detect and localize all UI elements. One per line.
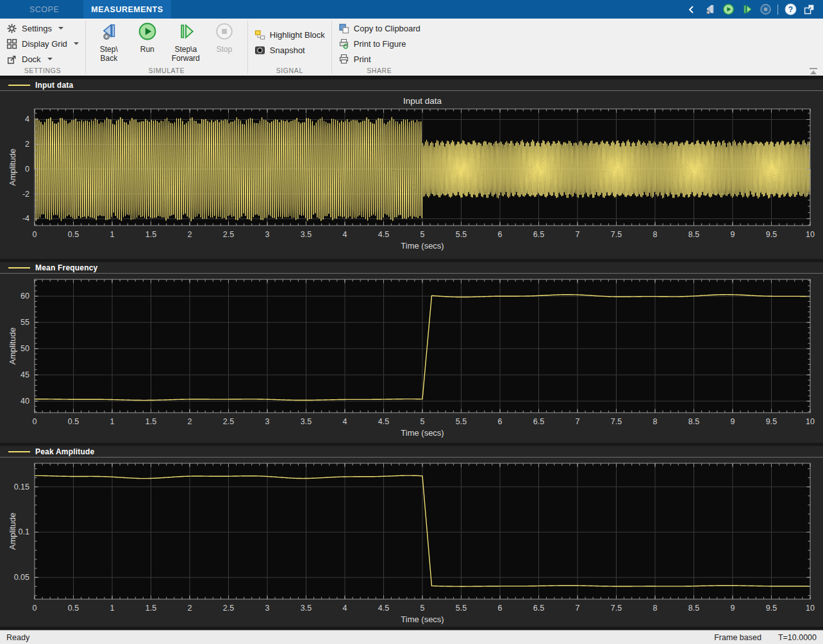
step-back-button[interactable]: Step\ Back [92,21,126,63]
undock-icon[interactable] [802,3,815,16]
input-data-panel: Input data 00.511.522.533.544.555.566.57… [0,79,823,259]
legend-line-swatch [8,267,30,268]
step-forward-button[interactable]: Step\a Forward [169,21,203,63]
svg-text:2.5: 2.5 [223,604,234,613]
stop-icon [215,22,234,43]
toolstrip-collapse-icon[interactable] [808,68,819,75]
svg-text:2: 2 [188,604,192,613]
svg-text:4: 4 [343,230,347,239]
legend-label: Mean Frequency [35,263,98,272]
svg-text:?: ? [788,5,792,14]
step-back-icon-small[interactable] [703,3,716,16]
print-to-figure-button[interactable]: Print to Figure [338,36,420,51]
svg-text:0.5: 0.5 [68,417,79,426]
svg-text:9: 9 [731,604,735,613]
svg-text:6.5: 6.5 [533,604,544,613]
copy-to-clipboard-icon [338,23,349,34]
dropdown-caret-icon [74,42,79,45]
svg-text:4.5: 4.5 [378,417,389,426]
svg-text:60: 60 [21,292,29,301]
x-axis-label: Time (secs) [401,615,444,624]
dock-button[interactable]: Dock [6,51,79,67]
svg-text:2.5: 2.5 [223,417,234,426]
svg-text:9.5: 9.5 [766,230,777,239]
svg-text:5.5: 5.5 [456,230,467,239]
run-icon-small[interactable] [722,3,735,16]
mean-frequency-legend: Mean Frequency [0,262,823,274]
gridlines [35,463,810,599]
svg-text:2: 2 [188,230,192,239]
svg-text:7: 7 [576,230,580,239]
toolstrip: Settings Display Grid [0,19,823,77]
group-signal: Highlight Block Snapshot SIGNAL [248,19,331,76]
help-icon[interactable]: ? [784,3,797,16]
settings-label: Settings [22,24,52,33]
run-button[interactable]: Run [131,21,164,54]
tab-measurements[interactable]: MEASUREMENTS [83,0,170,19]
svg-text:10: 10 [806,604,815,613]
peak-amplitude-legend: Peak Amplitude [0,446,823,458]
input-data-plot[interactable]: 00.511.522.533.544.555.566.577.588.599.5… [0,91,823,259]
svg-text:10: 10 [806,230,815,239]
svg-text:5: 5 [420,604,425,613]
step-forward-icon [176,22,195,43]
display-grid-icon [6,38,17,49]
group-simulate: Step\ Back Run S [86,19,247,76]
svg-text:8: 8 [653,604,658,613]
group-label-simulate: SIMULATE [86,67,247,74]
collapse-chevron-icon[interactable] [685,3,697,16]
svg-text:1.5: 1.5 [145,230,156,239]
gridlines [35,279,810,413]
legend-label: Input data [35,81,73,90]
group-label-share: SHARE [332,67,427,74]
svg-text:2: 2 [25,140,29,149]
group-label-signal: SIGNAL [248,67,331,74]
svg-text:3: 3 [265,604,270,613]
status-sim-time: T=10.0000 [778,633,817,642]
svg-text:0.05: 0.05 [14,573,29,582]
svg-text:6.5: 6.5 [533,417,544,426]
status-frame-mode: Frame based [714,633,761,642]
stop-icon-small [759,3,772,16]
mean-frequency-plot[interactable]: 00.511.522.533.544.555.566.577.588.599.5… [0,274,823,443]
scope-display-area: Input data 00.511.522.533.544.555.566.57… [0,77,823,630]
svg-text:4.5: 4.5 [378,230,389,239]
print-button[interactable]: Print [338,51,420,67]
svg-text:2: 2 [188,417,192,426]
svg-text:50: 50 [21,344,29,353]
highlight-block-icon [254,29,265,40]
copy-to-clipboard-button[interactable]: Copy to Clipboard [338,21,420,36]
display-grid-button[interactable]: Display Grid [6,36,79,51]
dropdown-caret-icon [47,58,53,60]
step-forward-icon-small[interactable] [740,3,753,16]
svg-text:7.5: 7.5 [611,604,622,613]
svg-text:3.5: 3.5 [301,417,312,426]
dock-label: Dock [22,54,41,64]
highlight-block-button[interactable]: Highlight Block [254,27,325,42]
tab-scope[interactable]: SCOPE [22,0,67,19]
svg-text:0: 0 [25,165,29,174]
svg-text:6: 6 [498,230,503,239]
print-icon [338,54,349,65]
svg-text:8.5: 8.5 [688,417,699,426]
svg-text:40: 40 [21,397,29,406]
plot-title: Input data [403,96,442,106]
svg-text:7: 7 [576,417,580,426]
print-label: Print [354,54,371,64]
svg-text:3: 3 [265,230,270,239]
mean-frequency-panel: Mean Frequency 00.511.522.533.544.555.56… [0,262,823,443]
snapshot-button[interactable]: Snapshot [254,42,325,58]
svg-text:3.5: 3.5 [301,604,312,613]
peak-amplitude-plot[interactable]: 00.511.522.533.544.555.566.577.588.599.5… [0,458,823,627]
svg-text:5.5: 5.5 [456,604,467,613]
print-to-figure-label: Print to Figure [354,39,406,49]
legend-label: Peak Amplitude [35,447,94,456]
stop-button: Stop [208,21,241,54]
peak-amplitude-panel: Peak Amplitude 00.511.522.533.544.555.56… [0,446,823,627]
toolstrip-tabs: SCOPE MEASUREMENTS [0,0,171,19]
svg-text:0.5: 0.5 [68,230,79,239]
svg-text:55: 55 [21,318,29,327]
svg-text:4: 4 [343,417,347,426]
settings-button[interactable]: Settings [6,21,79,36]
svg-text:7.5: 7.5 [611,417,622,426]
